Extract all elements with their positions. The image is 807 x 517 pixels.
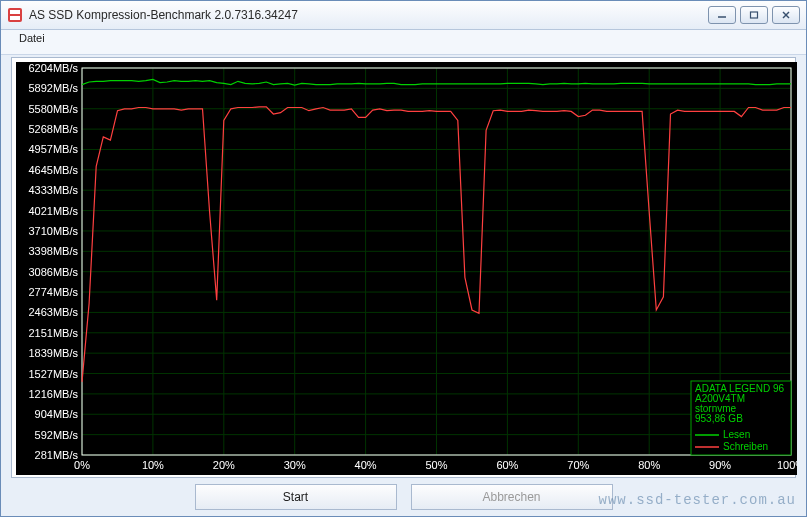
- svg-rect-7: [16, 62, 797, 475]
- svg-text:6204MB/s: 6204MB/s: [28, 62, 78, 74]
- window-title: AS SSD Kompression-Benchmark 2.0.7316.34…: [29, 8, 702, 22]
- svg-text:592MB/s: 592MB/s: [35, 429, 79, 441]
- svg-text:Schreiben: Schreiben: [723, 441, 768, 452]
- svg-text:60%: 60%: [496, 459, 518, 471]
- window-controls: [708, 6, 800, 24]
- menu-file[interactable]: Datei: [11, 30, 53, 46]
- chart-svg: 281MB/s592MB/s904MB/s1216MB/s1527MB/s183…: [16, 62, 797, 475]
- menubar: Datei: [1, 30, 806, 55]
- svg-text:5268MB/s: 5268MB/s: [28, 123, 78, 135]
- button-row: Start Abbrechen: [1, 484, 806, 510]
- svg-text:70%: 70%: [567, 459, 589, 471]
- svg-text:90%: 90%: [709, 459, 731, 471]
- svg-text:281MB/s: 281MB/s: [35, 449, 79, 461]
- svg-text:20%: 20%: [213, 459, 235, 471]
- svg-text:50%: 50%: [425, 459, 447, 471]
- svg-text:3086MB/s: 3086MB/s: [28, 266, 78, 278]
- svg-rect-4: [751, 12, 758, 18]
- app-icon: [7, 7, 23, 23]
- svg-text:2151MB/s: 2151MB/s: [28, 327, 78, 339]
- svg-text:4333MB/s: 4333MB/s: [28, 184, 78, 196]
- svg-text:2774MB/s: 2774MB/s: [28, 286, 78, 298]
- maximize-button[interactable]: [740, 6, 768, 24]
- svg-text:4021MB/s: 4021MB/s: [28, 205, 78, 217]
- svg-text:100%: 100%: [777, 459, 797, 471]
- svg-text:3710MB/s: 3710MB/s: [28, 225, 78, 237]
- titlebar: AS SSD Kompression-Benchmark 2.0.7316.34…: [1, 1, 806, 30]
- svg-text:80%: 80%: [638, 459, 660, 471]
- compression-chart: 281MB/s592MB/s904MB/s1216MB/s1527MB/s183…: [16, 62, 791, 473]
- start-button[interactable]: Start: [195, 484, 397, 510]
- close-button[interactable]: [772, 6, 800, 24]
- app-window: AS SSD Kompression-Benchmark 2.0.7316.34…: [0, 0, 807, 517]
- svg-text:40%: 40%: [355, 459, 377, 471]
- svg-text:2463MB/s: 2463MB/s: [28, 306, 78, 318]
- svg-text:5580MB/s: 5580MB/s: [28, 103, 78, 115]
- svg-text:1527MB/s: 1527MB/s: [28, 368, 78, 380]
- svg-rect-1: [10, 10, 20, 14]
- minimize-button[interactable]: [708, 6, 736, 24]
- svg-text:0%: 0%: [74, 459, 90, 471]
- svg-text:Lesen: Lesen: [723, 429, 750, 440]
- chart-panel: 281MB/s592MB/s904MB/s1216MB/s1527MB/s183…: [11, 57, 796, 478]
- svg-rect-2: [10, 16, 20, 20]
- svg-text:4957MB/s: 4957MB/s: [28, 143, 78, 155]
- svg-text:10%: 10%: [142, 459, 164, 471]
- svg-text:30%: 30%: [284, 459, 306, 471]
- svg-text:1839MB/s: 1839MB/s: [28, 347, 78, 359]
- svg-text:4645MB/s: 4645MB/s: [28, 164, 78, 176]
- svg-text:3398MB/s: 3398MB/s: [28, 245, 78, 257]
- svg-text:5892MB/s: 5892MB/s: [28, 82, 78, 94]
- svg-text:953,86 GB: 953,86 GB: [695, 413, 743, 424]
- cancel-button: Abbrechen: [411, 484, 613, 510]
- svg-text:904MB/s: 904MB/s: [35, 408, 79, 420]
- svg-text:1216MB/s: 1216MB/s: [28, 388, 78, 400]
